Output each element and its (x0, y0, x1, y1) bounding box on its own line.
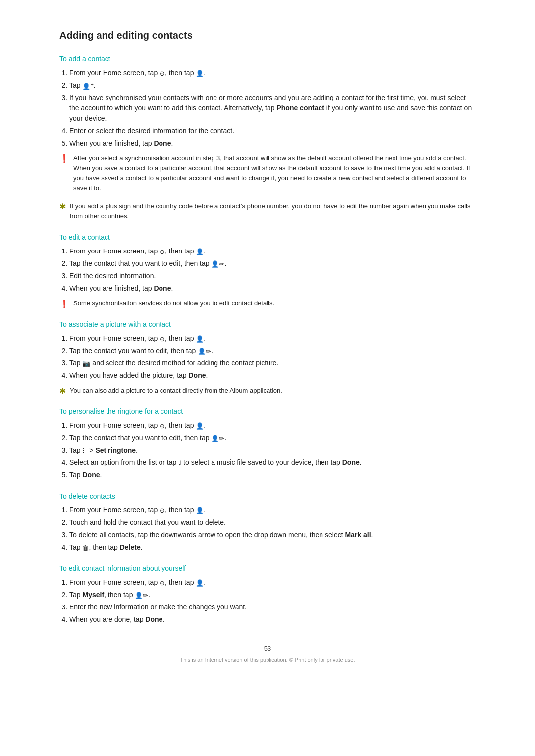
list-item: From your Home screen, tap ⊙, then tap 👤… (69, 577, 476, 588)
section-edit-contact: To edit a contact From your Home screen,… (59, 233, 476, 308)
steps-add: From your Home screen, tap ⊙, then tap 👤… (69, 68, 476, 149)
note-text-edit: Some synchronisation services do not all… (73, 299, 274, 308)
list-item: Tap the contact that you want to edit, t… (69, 433, 476, 443)
apps-icon: ⊙ (160, 336, 165, 342)
music-icon: ♩ (178, 460, 181, 466)
apps-icon: ⊙ (160, 580, 165, 586)
section-heading-delete: To delete contacts (59, 492, 476, 500)
section-heading-ringtone: To personalise the ringtone for a contac… (59, 407, 476, 415)
steps-yourself: From your Home screen, tap ⊙, then tap 👤… (69, 577, 476, 625)
page-title: Adding and editing contacts (59, 30, 476, 41)
list-item: Enter the new information or make the ch… (69, 602, 476, 612)
apps-icon: ⊙ (160, 507, 165, 514)
section-heading-picture: To associate a picture with a contact (59, 320, 476, 328)
list-item: From your Home screen, tap ⊙, then tap 👤… (69, 68, 476, 78)
note-exclaim-edit: ❗ Some synchronisation services do not a… (59, 299, 476, 308)
apps-icon: ⊙ (160, 423, 165, 429)
list-item: Enter or select the desired information … (69, 126, 476, 136)
list-item: Tap 📷 and select the desired method for … (69, 358, 476, 368)
steps-delete: From your Home screen, tap ⊙, then tap 👤… (69, 505, 476, 553)
note-text-tip-add: If you add a plus sign and the country c… (70, 202, 476, 221)
list-item: From your Home screen, tap ⊙, then tap 👤… (69, 505, 476, 515)
steps-picture: From your Home screen, tap ⊙, then tap 👤… (69, 333, 476, 381)
contacts-icon: 👤 (196, 70, 204, 77)
section-heading-edit: To edit a contact (59, 233, 476, 241)
list-item: Tap Myself, then tap 👤✏. (69, 590, 476, 600)
list-item: Touch and hold the contact that you want… (69, 517, 476, 528)
list-item: When you are finished, tap Done. (69, 283, 476, 294)
edit-contact-icon: 👤✏ (211, 261, 224, 267)
section-add-contact: To add a contact From your Home screen, … (59, 55, 476, 221)
list-item: Tap the contact that you want to edit, t… (69, 258, 476, 269)
list-item: Tap Done. (69, 470, 476, 480)
tip-icon: ✱ (59, 386, 66, 396)
note-text-tip-picture: You can also add a picture to a contact … (70, 386, 282, 396)
list-item: When you have added the picture, tap Don… (69, 370, 476, 381)
apps-icon: ⊙ (160, 70, 165, 77)
exclaim-icon: ❗ (59, 154, 69, 163)
steps-edit: From your Home screen, tap ⊙, then tap 👤… (69, 246, 476, 294)
list-item: Tap ⠇ > Set ringtone. (69, 445, 476, 455)
page: Adding and editing contacts To add a con… (0, 0, 535, 756)
list-item: From your Home screen, tap ⊙, then tap 👤… (69, 420, 476, 431)
list-item: If you have synchronised your contacts w… (69, 93, 476, 124)
contacts-icon: 👤 (196, 249, 204, 255)
note-tip-add: ✱ If you add a plus sign and the country… (59, 202, 476, 221)
contacts-icon: 👤 (196, 336, 204, 342)
tip-icon: ✱ (59, 202, 66, 211)
section-heading-add: To add a contact (59, 55, 476, 63)
exclaim-icon: ❗ (59, 299, 69, 308)
list-item: Tap 🗑, then tap Delete. (69, 542, 476, 553)
list-item: When you are finished, tap Done. (69, 138, 476, 149)
list-item: Edit the desired information. (69, 271, 476, 281)
list-item: From your Home screen, tap ⊙, then tap 👤… (69, 333, 476, 344)
steps-ringtone: From your Home screen, tap ⊙, then tap 👤… (69, 420, 476, 480)
edit-myself-icon: 👤✏ (135, 592, 148, 599)
note-text-add: After you select a synchronisation accou… (73, 153, 476, 194)
menu-icon: ⠇ (82, 448, 87, 454)
contacts-icon: 👤 (196, 507, 204, 514)
edit-contact-icon: 👤✏ (211, 435, 224, 442)
list-item: To delete all contacts, tap the downward… (69, 530, 476, 540)
contacts-icon: 👤 (196, 423, 204, 429)
list-item: Tap 👤+. (69, 80, 476, 91)
apps-icon: ⊙ (160, 249, 165, 255)
section-delete-contacts: To delete contacts From your Home screen… (59, 492, 476, 553)
note-exclaim-add: ❗ After you select a synchronisation acc… (59, 153, 476, 194)
page-number: 53 (59, 645, 476, 652)
footer-text: This is an Internet version of this publ… (59, 657, 476, 663)
list-item: From your Home screen, tap ⊙, then tap 👤… (69, 246, 476, 256)
section-edit-yourself: To edit contact information about yourse… (59, 564, 476, 625)
list-item: Select an option from the list or tap ♩ … (69, 457, 476, 468)
camera-icon: 📷 (82, 360, 90, 367)
contacts-icon: 👤 (196, 580, 204, 586)
note-tip-picture: ✱ You can also add a picture to a contac… (59, 386, 476, 396)
section-ringtone: To personalise the ringtone for a contac… (59, 407, 476, 480)
list-item: Tap the contact you want to edit, then t… (69, 346, 476, 356)
edit-contact-icon: 👤✏ (198, 348, 211, 354)
list-item: When you are done, tap Done. (69, 614, 476, 625)
add-contact-icon: 👤+ (82, 82, 93, 90)
section-associate-picture: To associate a picture with a contact Fr… (59, 320, 476, 396)
section-heading-yourself: To edit contact information about yourse… (59, 564, 476, 572)
delete-icon: 🗑 (82, 545, 89, 551)
